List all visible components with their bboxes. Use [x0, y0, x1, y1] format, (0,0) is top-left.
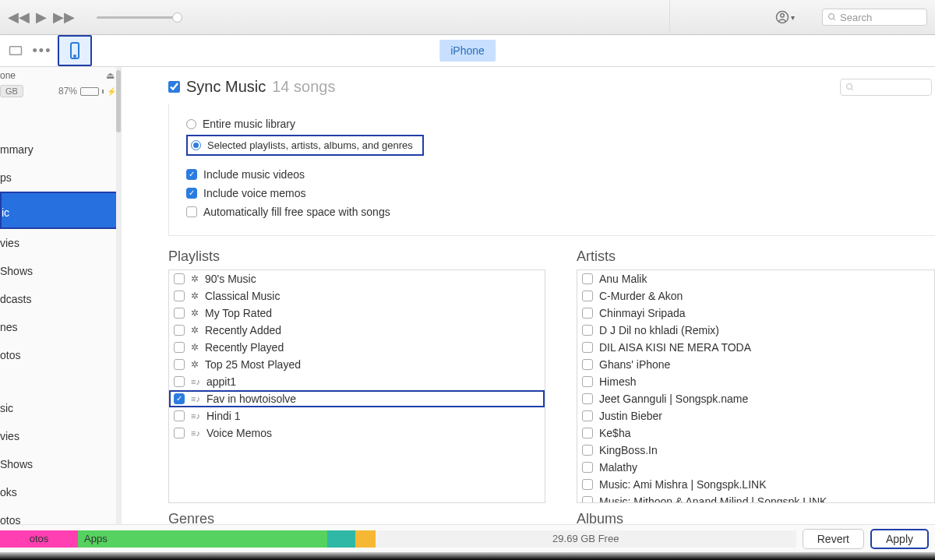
playlist-row[interactable]: ≡♪appit1 — [169, 373, 545, 390]
playlist-label: Fav in howtoisolve — [206, 393, 296, 405]
radio-entire-library[interactable]: Entire music library — [186, 114, 935, 133]
rewind-icon[interactable]: ◀◀ — [8, 9, 30, 26]
playlists-listbox[interactable]: ✲90's Music✲Classical Music✲My Top Rated… — [168, 269, 545, 503]
user-circle-icon — [775, 10, 789, 24]
gear-icon: ✲ — [191, 325, 199, 336]
checkbox[interactable] — [582, 342, 593, 353]
playlist-row[interactable]: ✲My Top Rated — [169, 305, 545, 322]
playlist-row[interactable]: ≡♪Voice Memos — [169, 424, 545, 442]
checkbox[interactable] — [174, 342, 185, 353]
play-icon[interactable]: ▶ — [36, 9, 47, 26]
artist-row[interactable]: Chinmayi Sripada — [577, 305, 934, 322]
sidebar-item[interactable]: oks — [0, 478, 121, 506]
checkbox[interactable] — [174, 410, 185, 421]
checkbox[interactable] — [174, 359, 185, 370]
artist-row[interactable]: Malathy — [577, 459, 934, 476]
revert-button[interactable]: Revert — [803, 529, 864, 549]
forward-icon[interactable]: ▶▶ — [53, 9, 75, 26]
artist-row[interactable]: KingBoss.In — [577, 442, 934, 459]
global-search-input[interactable]: Search — [822, 9, 927, 26]
checkbox[interactable] — [582, 410, 593, 421]
checkbox[interactable] — [582, 291, 593, 301]
playlist-row[interactable]: ✲Recently Played — [169, 339, 545, 356]
sidebar: one ⏏ GB 87% ⚡ mmarypsicviesShowsdcastsn… — [0, 67, 122, 532]
sidebar-item[interactable]: sic — [0, 394, 121, 422]
artist-row[interactable]: Justin Bieber — [577, 407, 934, 424]
artist-row[interactable]: Music: Mithoon & Anand Milind | Songspk.… — [577, 493, 934, 503]
sidebar-item[interactable]: otos — [0, 341, 121, 369]
checkbox[interactable] — [582, 273, 593, 284]
artists-listbox[interactable]: Anu MalikC-Murder & AkonChinmayi Sripada… — [577, 269, 935, 503]
artist-label: Chinmayi Sripada — [599, 307, 686, 319]
artist-row[interactable]: D J Dil no khladi (Remix) — [577, 322, 934, 339]
account-menu[interactable]: ▾ — [775, 10, 795, 24]
checkbox[interactable] — [174, 393, 185, 404]
device-name-label: one — [0, 70, 16, 81]
checkbox[interactable] — [174, 428, 185, 438]
search-icon — [845, 83, 855, 92]
checkbox[interactable] — [582, 445, 593, 456]
playlist-icon: ≡♪ — [191, 411, 200, 421]
playlist-row[interactable]: ✲Classical Music — [169, 287, 545, 305]
sidebar-item[interactable]: ps — [0, 164, 121, 192]
checkbox[interactable] — [582, 376, 593, 387]
checkbox[interactable] — [582, 428, 593, 438]
artist-row[interactable]: Himesh — [577, 373, 934, 390]
svg-line-3 — [834, 19, 836, 21]
apply-button[interactable]: Apply — [870, 529, 929, 549]
sidebar-scrollbar[interactable] — [116, 67, 121, 532]
artist-row[interactable]: C-Murder & Akon — [577, 287, 934, 305]
checkbox[interactable] — [582, 479, 593, 490]
checkbox-include-memos[interactable]: Include voice memos — [186, 184, 935, 203]
sidebar-item[interactable]: vies — [0, 229, 121, 257]
gear-icon: ✲ — [191, 308, 199, 319]
library-icon[interactable] — [5, 40, 26, 62]
playlist-row[interactable]: ✲90's Music — [169, 270, 545, 287]
radio-selected-playlists[interactable]: Selected playlists, artists, albums, and… — [186, 135, 424, 156]
checkbox[interactable] — [174, 376, 185, 387]
playlist-row[interactable]: ✲Top 25 Most Played — [169, 356, 545, 373]
sync-search-input[interactable] — [840, 79, 932, 96]
checkbox[interactable] — [174, 308, 185, 319]
checkbox[interactable] — [582, 308, 593, 319]
top-toolbar: ◀◀ ▶ ▶▶ ▾ Search — [0, 0, 935, 35]
sidebar-item[interactable]: vies — [0, 422, 121, 450]
checkbox[interactable] — [174, 273, 185, 284]
artist-row[interactable]: Ke$ha — [577, 424, 934, 442]
checkbox[interactable] — [582, 359, 593, 370]
artist-row[interactable]: DIL AISA KISI NE MERA TODA — [577, 339, 934, 356]
checkbox[interactable] — [174, 325, 185, 336]
storage-seg-other1 — [327, 530, 355, 548]
sidebar-item[interactable]: mmary — [0, 136, 121, 164]
artist-row[interactable]: Anu Malik — [577, 270, 934, 287]
device-tab-icon[interactable] — [58, 35, 92, 66]
checkbox[interactable] — [582, 393, 593, 404]
checkbox[interactable] — [582, 496, 593, 503]
playlist-row[interactable]: ≡♪Fav in howtoisolve — [169, 390, 545, 407]
sidebar-item[interactable]: ic — [0, 192, 121, 229]
sidebar-item[interactable]: nes — [0, 313, 121, 341]
artist-row[interactable]: Jeet Gannguli | Songspk.name — [577, 390, 934, 407]
artist-row[interactable]: Ghans' iPhone — [577, 356, 934, 373]
checkbox[interactable] — [582, 462, 593, 473]
sidebar-item[interactable]: Shows — [0, 450, 121, 478]
playlist-row[interactable]: ≡♪Hindi 1 — [169, 407, 545, 424]
playlist-row[interactable]: ✲Recently Added — [169, 322, 545, 339]
sidebar-item[interactable]: Shows — [0, 257, 121, 285]
device-name-pill[interactable]: iPhone — [439, 40, 496, 62]
gear-icon: ✲ — [191, 291, 199, 301]
device-capacity-label: GB — [0, 85, 23, 97]
checkbox-auto-fill[interactable]: Automatically fill free space with songs — [186, 203, 935, 221]
artist-row[interactable]: Music: Ami Mishra | Songspk.LINK — [577, 476, 934, 493]
playlists-title: Playlists — [168, 248, 545, 265]
eject-icon[interactable]: ⏏ — [106, 70, 115, 81]
artist-label: D J Dil no khladi (Remix) — [599, 324, 719, 336]
sidebar-item[interactable]: dcasts — [0, 285, 121, 313]
checkbox-include-videos[interactable]: Include music videos — [186, 165, 935, 184]
storage-usage-bar: otos Apps 29.69 GB Free — [0, 530, 796, 548]
sync-music-checkbox[interactable] — [168, 81, 180, 93]
checkbox[interactable] — [582, 325, 593, 336]
checkbox[interactable] — [174, 291, 185, 301]
volume-slider[interactable] — [97, 16, 182, 19]
more-icon[interactable]: ••• — [31, 40, 53, 62]
